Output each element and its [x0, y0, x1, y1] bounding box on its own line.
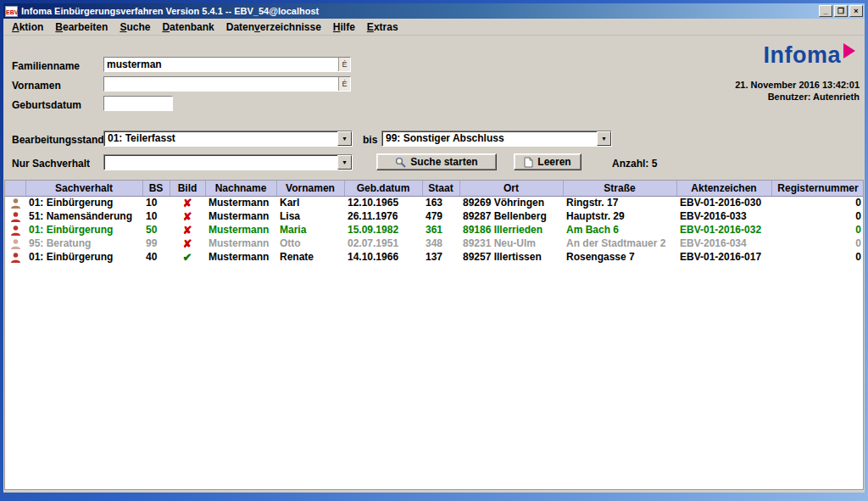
- menu-item-datenverzeichnisse[interactable]: Datenverzeichnisse: [221, 19, 328, 35]
- familienname-field-wrap: Ė: [103, 57, 351, 72]
- bearbeitungsstand-to-select[interactable]: 99: Sonstiger Abschluss ▼: [381, 131, 612, 147]
- cell-bs: 10: [142, 209, 170, 223]
- results-table: SachverhaltBSBildNachnameVornamenGeb.dat…: [4, 180, 864, 490]
- phonetic-icon[interactable]: Ė: [338, 58, 350, 71]
- cell-sachverhalt: 95: Beratung: [25, 237, 142, 250]
- cell-registernummer: 0: [771, 250, 864, 264]
- cell-ort: 89231 Neu-Ulm: [459, 237, 563, 250]
- cell-gebdatum: 15.09.1982: [344, 223, 422, 237]
- cell-ort: 89269 Vöhringen: [459, 196, 563, 209]
- cell-staat: 137: [422, 250, 459, 264]
- cell-registernummer: 0: [771, 209, 864, 223]
- table-row[interactable]: 01: Einbürgerung 10 ✘ Mustermann Karl 12…: [5, 196, 864, 209]
- table-row[interactable]: 01: Einbürgerung 50 ✘ Mustermann Maria 1…: [5, 223, 864, 237]
- maximize-button[interactable]: ❐: [834, 5, 848, 17]
- menu-bar: AktionBearbeitenSucheDatenbankDatenverze…: [3, 19, 865, 36]
- menu-item-bearbeiten[interactable]: Bearbeiten: [50, 19, 114, 35]
- person-avatar-icon: [5, 196, 25, 209]
- nur-sachverhalt-select[interactable]: ▼: [103, 154, 353, 170]
- cell-registernummer: 0: [771, 196, 864, 209]
- infoma-logo: Infoma: [763, 42, 841, 69]
- column-header[interactable]: Vornamen: [276, 181, 344, 196]
- cell-aktenzeichen: EBV-01-2016-032: [676, 223, 771, 237]
- menu-item-hilfe[interactable]: Hilfe: [328, 19, 362, 35]
- cell-ort: 89186 Illerrieden: [459, 223, 563, 237]
- cell-sachverhalt: 01: Einbürgerung: [25, 223, 142, 237]
- bearbeitungsstand-label: Bearbeitungsstand: [12, 134, 104, 146]
- window-title: Infoma Einbürgerungsverfahren Version 5.…: [21, 6, 819, 16]
- cell-nachname: Mustermann: [205, 223, 276, 237]
- column-header[interactable]: Registernummer: [771, 181, 864, 196]
- phonetic-icon[interactable]: Ė: [338, 77, 350, 91]
- column-header[interactable]: [5, 181, 25, 196]
- cell-nachname: Mustermann: [205, 250, 276, 264]
- cell-aktenzeichen: EBV-2016-034: [676, 237, 771, 250]
- logo-triangle-icon: [843, 43, 856, 58]
- familienname-input[interactable]: [104, 58, 338, 71]
- column-header[interactable]: Nachname: [205, 181, 276, 196]
- column-header[interactable]: BS: [142, 181, 170, 196]
- cell-aktenzeichen: EBV-01-2016-017: [676, 250, 771, 264]
- cell-gebdatum: 12.10.1965: [344, 196, 422, 209]
- cell-strasse: Am Bach 6: [563, 223, 676, 237]
- vornamen-label: Vornamen: [12, 80, 61, 92]
- menu-item-aktion[interactable]: Aktion: [7, 19, 50, 35]
- person-avatar-icon: [5, 250, 25, 264]
- bis-label: bis: [363, 134, 377, 146]
- chevron-down-icon[interactable]: ▼: [337, 131, 352, 146]
- cell-aktenzeichen: EBV-2016-033: [676, 209, 771, 223]
- app-window: EBV Infoma Einbürgerungsverfahren Versio…: [0, 0, 868, 501]
- app-icon: EBV: [5, 6, 18, 17]
- table-row[interactable]: 51: Namensänderung 10 ✘ Mustermann Lisa …: [5, 209, 864, 223]
- menu-item-datenbank[interactable]: Datenbank: [157, 19, 220, 35]
- bearbeitungsstand-from-select[interactable]: 01: Teilerfasst ▼: [103, 131, 353, 147]
- geburtsdatum-label: Geburtsdatum: [12, 99, 81, 111]
- vornamen-field-wrap: Ė: [103, 76, 351, 92]
- column-header[interactable]: Ort: [459, 181, 563, 196]
- cell-strasse: Ringstr. 17: [563, 196, 676, 209]
- cell-staat: 361: [422, 223, 459, 237]
- column-header[interactable]: Bild: [170, 181, 205, 196]
- cell-sachverhalt: 01: Einbürgerung: [25, 196, 142, 209]
- column-header[interactable]: Sachverhalt: [25, 181, 142, 196]
- geburtsdatum-field-wrap: [103, 96, 173, 111]
- photo-status-icon: ✔: [170, 250, 205, 264]
- menu-item-extras[interactable]: Extras: [362, 19, 405, 35]
- column-header[interactable]: Aktenzeichen: [676, 181, 771, 196]
- minimize-button[interactable]: _: [819, 5, 832, 17]
- title-bar: EBV Infoma Einbürgerungsverfahren Versio…: [3, 3, 865, 19]
- cell-vornamen: Karl: [276, 196, 344, 209]
- chevron-down-icon[interactable]: ▼: [597, 131, 611, 146]
- column-header[interactable]: Staat: [422, 181, 459, 196]
- cell-aktenzeichen: EBV-01-2016-030: [676, 196, 771, 209]
- cell-strasse: Hauptstr. 29: [563, 209, 676, 223]
- menu-item-suche[interactable]: Suche: [114, 19, 157, 35]
- clear-button[interactable]: Leeren: [514, 153, 581, 170]
- person-avatar-icon: [5, 237, 25, 250]
- photo-status-icon: ✘: [170, 237, 205, 250]
- vornamen-input[interactable]: [104, 77, 338, 91]
- column-header[interactable]: Straße: [563, 181, 676, 196]
- geburtsdatum-input[interactable]: [104, 97, 172, 110]
- photo-status-icon: ✘: [170, 196, 205, 209]
- familienname-label: Familienname: [12, 60, 80, 72]
- table-row[interactable]: 01: Einbürgerung 40 ✔ Mustermann Renate …: [5, 250, 864, 264]
- cell-gebdatum: 26.11.1976: [344, 209, 422, 223]
- cell-registernummer: 0: [771, 237, 864, 250]
- close-button[interactable]: ×: [849, 5, 863, 17]
- table-row[interactable]: 95: Beratung 99 ✘ Mustermann Otto 02.07.…: [5, 237, 864, 250]
- cell-gebdatum: 14.10.1966: [344, 250, 422, 264]
- cell-bs: 10: [142, 196, 170, 209]
- person-avatar-icon: [5, 209, 25, 223]
- search-button[interactable]: Suche starten: [376, 153, 497, 170]
- cell-staat: 479: [422, 209, 459, 223]
- photo-status-icon: ✘: [170, 209, 205, 223]
- user-text: Benutzer: Autenrieth: [768, 92, 860, 102]
- cell-vornamen: Renate: [276, 250, 344, 264]
- cell-vornamen: Otto: [276, 237, 344, 250]
- cell-vornamen: Maria: [276, 223, 344, 237]
- column-header[interactable]: Geb.datum: [344, 181, 422, 196]
- cell-staat: 163: [422, 196, 459, 209]
- chevron-down-icon[interactable]: ▼: [337, 155, 352, 170]
- cell-nachname: Mustermann: [205, 237, 276, 250]
